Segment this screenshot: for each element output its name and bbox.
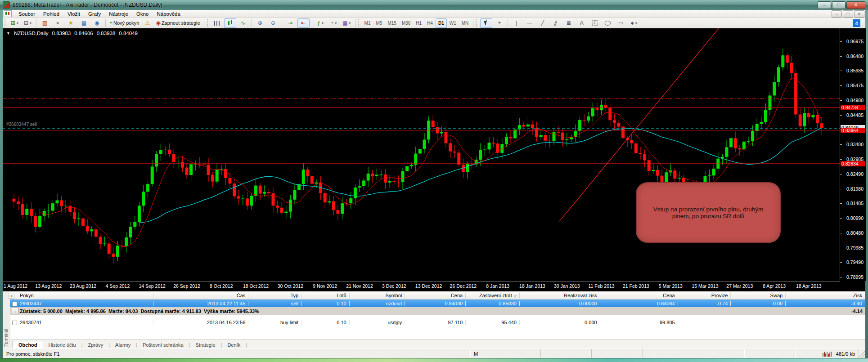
child-restore-button[interactable]: □ [843,10,853,18]
col-zastaveni[interactable]: Zastavení ztrát▽ [466,293,520,298]
menu-nastroje[interactable]: Nástroje [105,11,132,17]
trendline-button[interactable]: ╱ [536,18,549,28]
zoom-in-button[interactable]: ⊕ [254,18,266,28]
date-axis-label: 30 Jan 2013 [554,283,580,289]
ellipse-button[interactable]: ◯ [602,18,614,28]
chart-window[interactable]: ▼ NZDUSD,Daily 0.83983 0.84606 0.83938 0… [3,28,865,291]
tab-historie-uctu[interactable]: Historie účtu [43,341,81,349]
auto-scroll-button[interactable]: ⇥ [284,18,297,28]
cursor-button[interactable] [480,18,492,28]
strategy-tester-button[interactable]: ◉ [91,18,103,28]
rectangle-button[interactable]: ▭ [615,18,627,28]
col-symbol[interactable]: Symbol [350,293,405,298]
metaeditor-button[interactable]: ⚠ [142,18,154,28]
data-window-button[interactable]: ⌖ [52,18,64,28]
navigator-button[interactable]: ★ [65,18,77,28]
timeframe-w1[interactable]: W1 [447,18,459,28]
fibonacci-button[interactable]: ≣ [562,18,575,28]
new-order-button[interactable]: +Nový pokyn [108,18,141,28]
timeframe-m5[interactable]: M5 [373,18,385,28]
arrows-button[interactable]: ◆▾ [628,18,640,28]
price-axis-label: 0.85985 [846,68,864,73]
col-cena2[interactable]: Cena [600,293,678,298]
text-label-button[interactable]: T [589,18,601,28]
toolbar-grip[interactable] [207,19,210,27]
child-close-button[interactable]: × [854,10,864,18]
resize-grip[interactable] [859,349,865,358]
symbol-collapse-icon[interactable]: ▼ [6,31,10,36]
chart-annotation-note[interactable]: Vstup na prorazení prvního pinu, druhým … [636,182,781,243]
chevron-down-icon: ▾ [322,21,324,25]
menu-vlozit[interactable]: Vložit [63,11,84,17]
window-close-button[interactable]: × [846,1,865,9]
timeframe-h4[interactable]: H4 [424,18,436,28]
menu-soubor[interactable]: Soubor [14,11,39,17]
toolbar-grip[interactable] [4,19,7,27]
terminal-button[interactable]: ▤ [78,18,90,28]
periods-button[interactable]: ◔▾ [328,18,340,28]
profiles-button[interactable]: ⊟▾ [22,18,34,28]
terminal-close-button[interactable]: x [9,293,14,299]
col-pokyn[interactable]: Pokyn [10,293,153,298]
timeframe-m30[interactable]: M30 [399,18,413,28]
candlestick-plot[interactable] [3,28,840,281]
tab-postovni-schranka[interactable]: Poštovní schránka [137,341,189,349]
bar-chart-button[interactable] [211,18,223,28]
market-watch-button[interactable]: ▥ [39,18,51,28]
candlestick-chart-button[interactable] [224,18,236,28]
window-minimize-button[interactable]: – [818,1,831,9]
timeframe-m1[interactable]: M1 [362,18,373,28]
text-button[interactable]: A [576,18,588,28]
chart-window-icon[interactable] [4,10,12,17]
menu-okno[interactable]: Okno [132,11,153,17]
channel-button[interactable]: ∥ [549,18,562,28]
price-axis[interactable]: 0.869750.864800.859850.854750.849800.844… [840,28,866,281]
toolbar-grip[interactable] [358,19,361,27]
col-lotu[interactable]: Lotů [301,293,349,298]
timeframe-m15[interactable]: M15 [385,18,399,28]
col-cena[interactable]: Cena [405,293,466,298]
new-chart-button[interactable]: ⊞▾ [9,18,21,28]
tab-zpravy[interactable]: Zprávy [83,341,109,349]
order-row-pending[interactable]: 26430741 2013.04.16 23:56 buy limit 0.10… [10,318,865,326]
crosshair-button[interactable]: + [493,18,505,28]
line-chart-button[interactable]: ∿ [237,18,249,28]
menu-napoveda[interactable]: Nápověda [153,11,184,17]
tab-obchod[interactable]: Obchod [13,341,43,349]
notification-badge[interactable]: 4 [852,19,861,27]
templates-button[interactable]: ▦▾ [341,18,353,28]
menu-pohled[interactable]: Pohled [39,11,63,17]
tab-denik[interactable]: Deník [222,341,246,349]
price-axis-label: 0.86480 [846,54,864,59]
date-axis-label: 8 Jan 2013 [486,283,509,289]
horizontal-line-button[interactable]: — [523,18,535,28]
chart-shift-button[interactable]: ⇤ [297,18,310,28]
col-swap[interactable]: Swap [731,293,786,298]
col-typ[interactable]: Typ [248,293,301,298]
tab-alarmy[interactable]: Alarmy [110,341,136,349]
auto-scroll-icon: ⇥ [288,20,292,26]
menu-grafy[interactable]: Grafy [84,11,105,17]
child-minimize-button[interactable]: – [832,10,842,18]
vertical-line-button[interactable]: | [510,18,522,28]
tab-strategie[interactable]: Strategie [190,341,221,349]
timeframe-d1[interactable]: D1 [436,18,447,28]
order-row-selected[interactable]: 26603447 2013.04.22 11:45 sell 0.10 nzdu… [10,299,865,307]
col-zisk[interactable]: Zisk [786,293,865,298]
date-axis[interactable]: 1 Aug 201213 Aug 201223 Aug 20124 Sep 20… [3,281,840,291]
timeframe-h1[interactable]: H1 [413,18,424,28]
ohlc-low: 0.83938 [97,31,116,36]
cursor-icon [484,20,489,26]
col-cas[interactable]: Čas [153,293,248,298]
expert-advisors-button[interactable]: ◉Zapnout strategie [155,18,202,28]
toolbar-grip[interactable] [476,19,479,27]
balance-row[interactable]: ↓ Zůstatek: 5 000.00 Majetek: 4 995.86 M… [10,307,865,315]
price-axis-label: 0.79490 [846,259,864,265]
timeframe-mn[interactable]: MN [459,18,472,28]
zoom-out-button[interactable]: ⊖ [267,18,279,28]
date-axis-label: 21 Feb 2013 [623,283,649,289]
col-provize[interactable]: Provize [678,293,731,298]
window-restore-button[interactable]: □ [832,1,846,9]
col-realizovat[interactable]: Realizovat zisk [520,293,600,298]
indicators-button[interactable]: ƒ▾ [315,18,327,28]
